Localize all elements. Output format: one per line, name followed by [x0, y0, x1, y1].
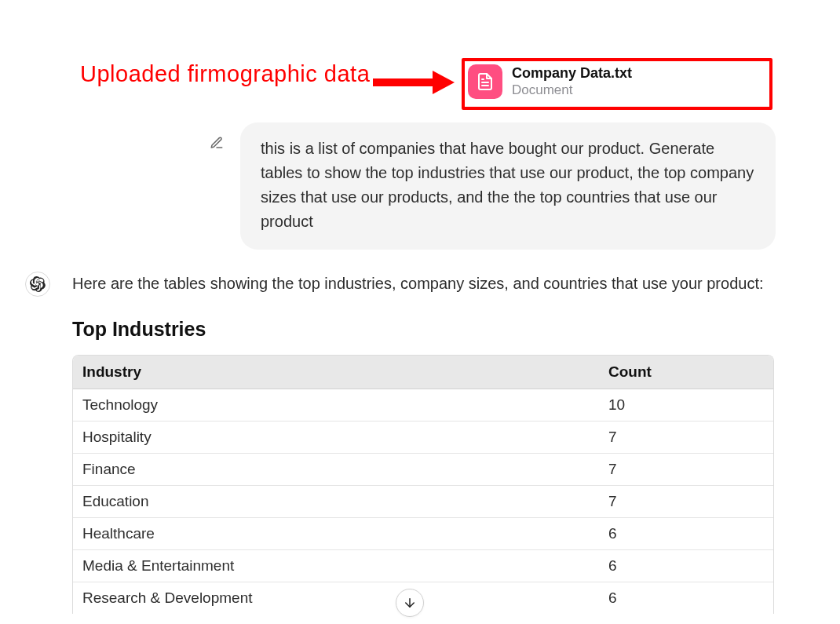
file-kind: Document: [512, 82, 632, 98]
arrow-down-icon: [403, 596, 417, 610]
edit-message-button[interactable]: [207, 133, 226, 152]
table-row: Media & Entertainment 6: [73, 550, 773, 582]
user-message-text: this is a list of companies that have bo…: [261, 140, 754, 230]
cell-industry: Media & Entertainment: [73, 550, 599, 582]
user-message-bubble[interactable]: this is a list of companies that have bo…: [240, 122, 776, 250]
table-row: Healthcare 6: [73, 518, 773, 550]
openai-logo-icon: [30, 276, 46, 292]
cell-industry: Hospitality: [73, 421, 599, 454]
cell-count: 6: [599, 550, 773, 582]
cell-count: 7: [599, 486, 773, 518]
table-row: Finance 7: [73, 454, 773, 486]
table-row: Education 7: [73, 486, 773, 518]
assistant-intro-text: Here are the tables showing the top indu…: [72, 275, 764, 293]
section-title-top-industries: Top Industries: [72, 318, 206, 341]
column-header-industry: Industry: [73, 356, 599, 389]
cell-industry: Education: [73, 486, 599, 518]
table-row: Technology 10: [73, 389, 773, 421]
cell-industry: Research & Development: [73, 582, 599, 615]
file-meta: Company Data.txt Document: [512, 65, 632, 98]
cell-count: 7: [599, 454, 773, 486]
table-row: Hospitality 7: [73, 421, 773, 454]
scroll-to-bottom-button[interactable]: [396, 589, 424, 617]
user-message-row: this is a list of companies that have bo…: [207, 122, 776, 250]
table-header-row: Industry Count: [73, 356, 773, 389]
cell-count: 6: [599, 518, 773, 550]
assistant-avatar: [25, 272, 50, 297]
annotation-arrow: [373, 72, 455, 93]
cell-industry: Healthcare: [73, 518, 599, 550]
cell-industry: Finance: [73, 454, 599, 486]
document-icon: [468, 64, 502, 99]
file-name: Company Data.txt: [512, 65, 632, 82]
chat-screenshot: Uploaded firmographic data Company Data.…: [0, 0, 840, 624]
annotation-label: Uploaded firmographic data: [80, 61, 370, 87]
column-header-count: Count: [599, 356, 773, 389]
file-attachment[interactable]: Company Data.txt Document: [468, 64, 632, 99]
cell-count: 6: [599, 582, 773, 615]
cell-count: 10: [599, 389, 773, 421]
industries-table: Industry Count Technology 10 Hospitality…: [72, 355, 774, 614]
cell-count: 7: [599, 421, 773, 454]
cell-industry: Technology: [73, 389, 599, 421]
pencil-icon: [210, 136, 224, 150]
